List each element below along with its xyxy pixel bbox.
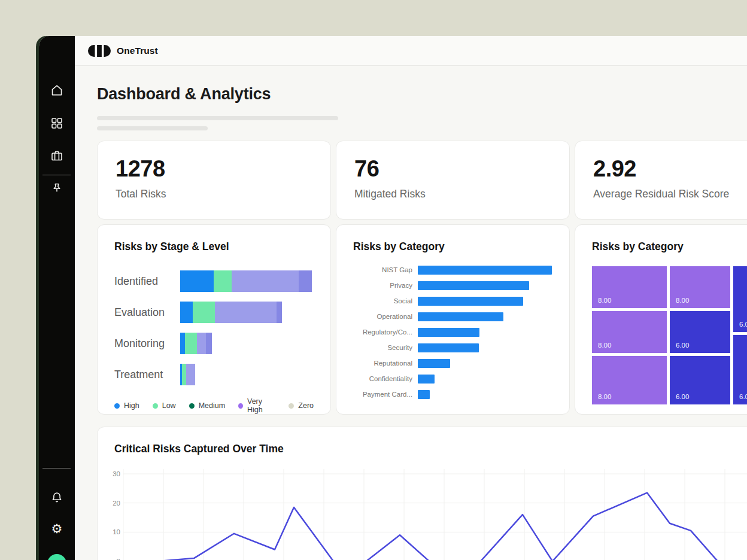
line-plot (123, 469, 747, 560)
bar-segment-high (180, 333, 185, 354)
category-label: Confidentiality (353, 375, 412, 382)
skeleton-bar-1 (97, 116, 338, 120)
stacked-bar-row: Treatment (114, 359, 314, 390)
treemap-cell: 6.00 (733, 335, 747, 404)
category-label: NIST Gap (353, 266, 412, 273)
stat-value: 2.92 (593, 156, 747, 182)
treemap-cell: 6.00 (670, 311, 730, 353)
category-bar-row: Regulatory/Co... (353, 324, 552, 340)
bar-segment-low (185, 333, 197, 354)
stat-label: Total Risks (116, 188, 312, 200)
legend-dot (238, 403, 243, 409)
legend-item: Low (153, 401, 176, 410)
stacked-bar-row: Monitoring (114, 328, 314, 359)
row-label: Treatment (114, 369, 180, 381)
treemap-cell: 8.00 (592, 356, 667, 404)
bar-segment-low (182, 364, 186, 385)
stacked-bar-row: Identified (114, 266, 314, 297)
category-bar (418, 343, 479, 352)
user-avatar[interactable] (47, 554, 66, 560)
bar-segment-high (180, 270, 214, 292)
legend-dot (289, 403, 294, 409)
chart-legend: HighLowMediumVery HighZero (114, 397, 314, 414)
top-header: OneTrust (75, 36, 747, 66)
settings-gear-icon[interactable]: ⚙ (50, 522, 64, 536)
legend-dot (153, 403, 158, 409)
row-label: Monitoring (114, 337, 180, 350)
category-bar-row: Social (353, 293, 552, 309)
main-area: OneTrust Dashboard & Analytics 1278 Tota… (75, 36, 747, 560)
treemap-chart: 8.008.008.008.006.006.006.006.00 (592, 266, 747, 404)
legend-item: Very High (238, 397, 275, 414)
bar-segment-very_high_dark (206, 333, 212, 354)
category-label: Social (353, 297, 412, 305)
legend-label: Very High (247, 397, 275, 414)
category-bar-row: Security (353, 340, 552, 355)
y-axis-tick: 0 (107, 557, 120, 560)
stat-card-mitigated-risks: 76 Mitigated Risks (336, 141, 570, 220)
bar-segment-very_high_dark (277, 302, 282, 323)
stats-row: 1278 Total Risks 76 Mitigated Risks 2.92… (97, 141, 747, 220)
chart-title: Risks by Stage & Level (114, 241, 314, 253)
category-bar (418, 281, 529, 290)
treemap-cell: 6.00 (670, 356, 730, 404)
bell-icon[interactable] (50, 490, 64, 504)
stat-value: 76 (354, 156, 551, 182)
bar-segment-high (180, 302, 193, 323)
sidebar-divider-bottom (42, 468, 71, 468)
treemap-cell: 8.00 (592, 311, 667, 353)
category-label: Regulatory/Co... (353, 328, 412, 336)
treemap-cell-value: 8.00 (676, 297, 689, 304)
stacked-bar (180, 333, 212, 354)
category-bar-row: Confidentiality (353, 371, 552, 386)
category-bar-row: Payment Card... (353, 386, 552, 402)
legend-item: Medium (189, 401, 225, 410)
chart-card-critical-risks: Critical Risks Captured Over Time 302010… (97, 427, 747, 560)
stat-card-avg-residual-risk: 2.92 Average Residual Risk Score (575, 141, 747, 220)
y-axis-tick: 10 (107, 528, 120, 536)
sidebar: ⚙ (39, 36, 75, 560)
legend-dot (114, 403, 120, 409)
legend-item: High (114, 401, 139, 410)
chart-card-stage-level: Risks by Stage & Level IdentifiedEvaluat… (97, 224, 331, 415)
apps-grid-icon[interactable] (50, 116, 64, 130)
treemap-cell-value: 8.00 (598, 342, 611, 349)
bar-segment-low (214, 270, 232, 292)
row-label: Identified (114, 275, 180, 288)
category-label: Security (353, 344, 412, 351)
category-bar-row: Operational (353, 309, 552, 324)
stacked-bar (180, 302, 282, 323)
chart-card-category-treemap: Risks by Category 8.008.008.008.006.006.… (575, 224, 747, 415)
y-axis-tick: 20 (107, 499, 120, 507)
legend-label: High (124, 401, 139, 410)
treemap-cell-value: 8.00 (598, 393, 611, 400)
bar-segment-very_high_light (215, 302, 277, 323)
bar-segment-very_high_light (197, 333, 206, 354)
category-bar-row: NIST Gap (353, 262, 552, 278)
briefcase-icon[interactable] (50, 148, 64, 163)
skeleton-bar-2 (97, 126, 208, 130)
category-bar (418, 328, 479, 337)
legend-label: Low (162, 401, 176, 410)
stat-label: Average Residual Risk Score (593, 188, 747, 200)
legend-item: Zero (289, 401, 314, 410)
onetrust-logo-icon[interactable] (88, 45, 111, 57)
category-bar-chart: NIST GapPrivacySocialOperationalRegulato… (353, 262, 552, 402)
line-chart: 3020100 (107, 469, 747, 560)
chart-card-category-bars: Risks by Category NIST GapPrivacySocialO… (336, 224, 570, 415)
treemap-cell: 8.00 (670, 266, 730, 308)
bar-segment-very_high_light (232, 270, 299, 292)
treemap-cell-value: 8.00 (598, 297, 611, 304)
stacked-bar-row: Evaluation (114, 297, 314, 328)
row-label: Evaluation (114, 306, 180, 319)
pin-icon[interactable] (50, 181, 64, 196)
home-icon[interactable] (50, 83, 64, 98)
treemap-cell-value: 6.00 (739, 321, 747, 328)
legend-label: Medium (199, 401, 225, 410)
treemap-cell-value: 6.00 (739, 393, 747, 400)
stacked-bar (180, 364, 195, 385)
bar-segment-low (193, 302, 215, 323)
stat-label: Mitigated Risks (354, 188, 551, 200)
category-bar (418, 375, 435, 384)
bar-segment-very_high_light (186, 364, 195, 385)
